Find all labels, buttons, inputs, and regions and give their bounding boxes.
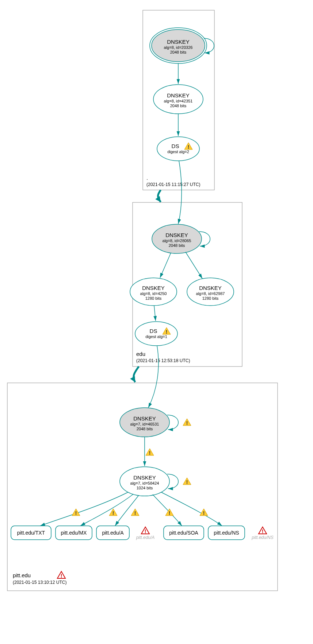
node-pitt-zsk[interactable]: DNSKEY alg=7, id=58424 1024 bits (120, 467, 169, 496)
svg-text:alg=8, id=28065: alg=8, id=28065 (163, 238, 191, 243)
svg-text:2048 bits: 2048 bits (137, 427, 153, 431)
svg-text:DNSKEY: DNSKEY (165, 232, 188, 238)
node-edu-ds[interactable]: DS digest alg=1 (135, 322, 178, 346)
record-a[interactable]: pitt.edu/A (96, 526, 129, 540)
svg-text:alg=8, id=62987: alg=8, id=62987 (196, 291, 225, 296)
svg-text:pitt.edu/TXT: pitt.edu/TXT (17, 530, 45, 536)
record-ns[interactable]: pitt.edu/NS (208, 526, 245, 540)
warning-icon (131, 509, 139, 516)
ghost-record-a: pitt.edu/A (136, 527, 155, 540)
zone-edu: edu (2021-01-15 12:53:18 UTC) DNSKEY alg… (130, 161, 242, 366)
svg-text:digest alg=2: digest alg=2 (167, 150, 189, 154)
svg-text:2048 bits: 2048 bits (169, 243, 185, 248)
svg-text:digest alg=1: digest alg=1 (145, 334, 167, 339)
svg-text:DNSKEY: DNSKEY (167, 39, 190, 45)
ghost-record-ns: pitt.edu/NS (251, 527, 273, 540)
zone-root-timestamp: (2021-01-15 11:15:27 UTC) (146, 182, 200, 187)
node-edu-ksk[interactable]: DNSKEY alg=8, id=28065 2048 bits (152, 224, 202, 253)
zone-pitt-label: pitt.edu (13, 572, 31, 578)
record-soa[interactable]: pitt.edu/SOA (164, 526, 204, 540)
svg-text:DNSKEY: DNSKEY (142, 285, 165, 291)
svg-text:pitt.edu/NS: pitt.edu/NS (214, 530, 239, 536)
svg-text:pitt.edu/A: pitt.edu/A (136, 535, 155, 540)
svg-text:DS: DS (150, 328, 157, 334)
record-mx[interactable]: pitt.edu/MX (56, 526, 92, 540)
zone-pitt: pitt.edu (2021-01-15 13:10:12 UTC) DNSKE… (7, 346, 278, 591)
warning-icon (146, 449, 154, 456)
svg-text:DNSKEY: DNSKEY (167, 92, 190, 98)
node-edu-zsk1[interactable]: DNSKEY alg=8, id=4250 1280 bits (130, 278, 177, 306)
warning-icon (200, 509, 208, 516)
svg-text:DNSKEY: DNSKEY (133, 415, 156, 422)
svg-text:1280 bits: 1280 bits (145, 296, 162, 300)
node-edu-zsk2[interactable]: DNSKEY alg=8, id=62987 1280 bits (187, 278, 234, 306)
zone-pitt-timestamp: (2021-01-15 13:10:12 UTC) (13, 580, 66, 585)
svg-text:alg=7, id=46531: alg=7, id=46531 (130, 422, 159, 426)
svg-text:DNSKEY: DNSKEY (133, 474, 156, 481)
svg-text:1024 bits: 1024 bits (137, 486, 153, 490)
svg-text:pitt.edu/A: pitt.edu/A (102, 530, 124, 536)
node-pitt-ksk[interactable]: DNSKEY alg=7, id=46531 2048 bits (120, 408, 169, 437)
warning-icon (183, 419, 191, 426)
svg-text:pitt.edu/NS: pitt.edu/NS (251, 535, 273, 540)
node-root-ksk[interactable]: DNSKEY alg=8, id=20326 2048 bits (150, 28, 207, 63)
svg-text:alg=8, id=4250: alg=8, id=4250 (140, 291, 167, 296)
svg-text:1280 bits: 1280 bits (202, 296, 219, 300)
zone-root-label: . (146, 175, 148, 181)
node-root-ds[interactable]: DS digest alg=2 (157, 137, 199, 161)
svg-text:2048 bits: 2048 bits (170, 104, 187, 108)
svg-text:alg=8, id=20326: alg=8, id=20326 (164, 45, 193, 50)
svg-text:DNSKEY: DNSKEY (199, 285, 222, 291)
zone-edu-label: edu (136, 351, 145, 357)
svg-text:pitt.edu/SOA: pitt.edu/SOA (169, 530, 198, 536)
svg-text:alg=8, id=42351: alg=8, id=42351 (164, 99, 193, 103)
svg-text:alg=7, id=58424: alg=7, id=58424 (130, 481, 159, 485)
warning-icon (109, 509, 117, 516)
svg-text:2048 bits: 2048 bits (170, 50, 187, 54)
svg-text:pitt.edu/MX: pitt.edu/MX (61, 530, 87, 536)
node-root-zsk[interactable]: DNSKEY alg=8, id=42351 2048 bits (153, 85, 203, 114)
error-icon (57, 571, 65, 579)
zone-edu-timestamp: (2021-01-15 12:53:18 UTC) (136, 358, 190, 363)
record-txt[interactable]: pitt.edu/TXT (11, 526, 51, 540)
svg-text:DS: DS (172, 143, 179, 149)
warning-icon (183, 478, 191, 485)
zone-root: . (2021-01-15 11:15:27 UTC) DNSKEY alg=8… (143, 10, 214, 190)
warning-icon (165, 509, 173, 516)
